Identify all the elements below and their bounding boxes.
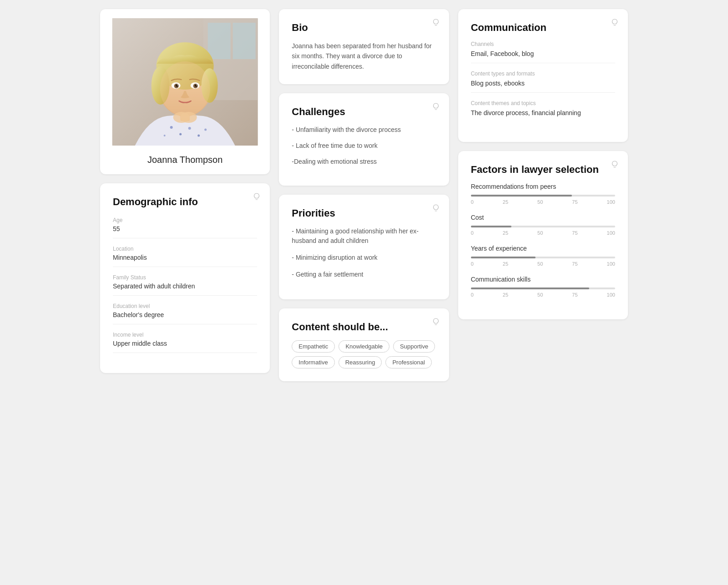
demo-field-value: Minneapolis [113,254,257,267]
factor-track-proper [471,287,615,289]
factor-fill-proper [471,226,511,227]
demo-field-label: Family Status [113,274,257,281]
comm-label-proper: Channels [471,41,615,47]
factor-item-proper: Communication skills0255075100 [471,276,615,298]
svg-point-33 [188,127,191,130]
content-tag-proper: Professional [385,356,432,368]
factor-scale-proper: 0255075100 [471,261,615,267]
lawyer-selection-icon [611,160,619,170]
demographic-icon [253,192,261,202]
factor-fill-proper [471,195,572,197]
priorities-icon [432,204,440,214]
factor-track-proper [471,195,615,197]
demo-field: Income levelUpper middle class [113,332,257,353]
svg-point-48 [177,85,178,86]
comm-value-proper: The divorce process, financial planning [471,109,615,122]
priority-item-proper: - Maintaining a good relationship with h… [292,227,436,246]
demo-field-label: Age [113,217,257,223]
comm-value-proper: Email, Facebook, blog [471,50,615,63]
demo-field-label: Location [113,246,257,252]
tags-container-proper: EmpatheticKnowledgableSupportiveInformat… [292,340,436,368]
demo-field: Education levelBachelor's degree [113,303,257,324]
priorities-title: Priorities [292,207,436,219]
content-should-be-icon [432,318,440,328]
challenges-icon [432,102,440,112]
svg-rect-30 [233,23,256,59]
svg-point-51 [181,112,197,123]
demo-field-value: Upper middle class [113,340,257,353]
comm-value-proper: Blog posts, ebooks [471,80,615,93]
proper-grid: Joanna ThompsonDemographic infoAge55Loca… [100,9,628,381]
challenge-item: - Unfamiliarity with the divorce process [292,125,436,135]
svg-point-46 [176,85,178,87]
svg-point-41 [160,61,210,116]
content-tag-proper: Reassuring [339,356,382,368]
factor-item-proper: Cost0255075100 [471,214,615,236]
factor-scale-proper: 0255075100 [471,199,615,205]
svg-rect-29 [208,23,231,59]
priority-item-proper: - Getting a fair settlement [292,270,436,279]
factor-item-proper: Recommendations from peers0255075100 [471,183,615,205]
profile-name-proper: Joanna Thompson [147,155,222,165]
column-2: BioJoanna has been separated from her hu… [279,9,449,381]
content-tag-proper: Informative [292,356,334,368]
factor-fill-proper [471,287,589,289]
challenge-item: - Lack of free time due to work [292,141,436,151]
factor-fill-proper [471,257,536,258]
profile-card-proper: Joanna Thompson [100,9,270,174]
priorities-card: Priorities- Maintaining a good relations… [279,195,449,299]
demographic-card-proper: Demographic infoAge55LocationMinneapolis… [100,183,270,373]
demo-field-label: Income level [113,332,257,338]
priority-item-proper: - Minimizing disruption at work [292,253,436,262]
lawyer-selection-title: Factors in lawyer selection [471,164,615,176]
content-tag-proper: Supportive [393,340,435,353]
demo-field-value: Separated with adult children [113,282,257,296]
factor-label-proper: Years of experience [471,245,615,252]
content-tag-proper: Knowledgable [339,340,389,353]
factor-label-proper: Recommendations from peers [471,183,615,190]
factor-scale-proper: 0255075100 [471,292,615,298]
factor-scale-proper: 0255075100 [471,230,615,236]
svg-point-36 [204,129,207,131]
svg-point-31 [170,126,173,129]
bio-icon [432,18,440,28]
communication-card: CommunicationChannelsEmail, Facebook, bl… [458,9,628,142]
communication-title: Communication [471,22,615,34]
demo-field: Family StatusSeparated with adult childr… [113,274,257,296]
column-1: Joanna ThompsonDemographic infoAge55Loca… [100,9,270,381]
challenges-card: Challenges- Unfamiliarity with the divor… [279,93,449,186]
svg-point-32 [179,133,182,136]
demographic-title-proper: Demographic info [113,196,257,208]
factor-track-proper [471,226,615,227]
bio-text-proper: Joanna has been separated from her husba… [292,41,436,71]
content-should-be-card: Content should be...EmpatheticKnowledgab… [279,308,449,381]
bio-title: Bio [292,22,436,34]
svg-point-34 [197,135,200,137]
factor-item-proper: Years of experience0255075100 [471,245,615,267]
content-tag-proper: Empathetic [292,340,335,353]
demo-field-value: 55 [113,225,257,238]
demo-field: LocationMinneapolis [113,246,257,267]
factor-track-proper [471,257,615,258]
comm-label-proper: Content types and formats [471,71,615,77]
profile-photo-proper [109,18,261,146]
content-should-be-title: Content should be... [292,321,436,333]
communication-icon [611,18,619,28]
comm-label-proper: Content themes and topics [471,100,615,106]
factor-label-proper: Cost [471,214,615,221]
comm-section-proper: ChannelsEmail, Facebook, blog [471,41,615,63]
comm-section-proper: Content types and formatsBlog posts, ebo… [471,71,615,93]
svg-point-47 [195,85,197,87]
svg-point-35 [164,135,166,136]
svg-point-49 [196,85,197,86]
challenges-title: Challenges [292,106,436,118]
lawyer-selection-card: Factors in lawyer selectionRecommendatio… [458,151,628,319]
demo-field: Age55 [113,217,257,238]
demo-field-label: Education level [113,303,257,309]
challenge-item: -Dealing with emotional stress [292,157,436,166]
demo-field-value: Bachelor's degree [113,311,257,324]
factor-label-proper: Communication skills [471,276,615,283]
bio-card: BioJoanna has been separated from her hu… [279,9,449,84]
column-3: CommunicationChannelsEmail, Facebook, bl… [458,9,628,381]
comm-section-proper: Content themes and topicsThe divorce pro… [471,100,615,122]
